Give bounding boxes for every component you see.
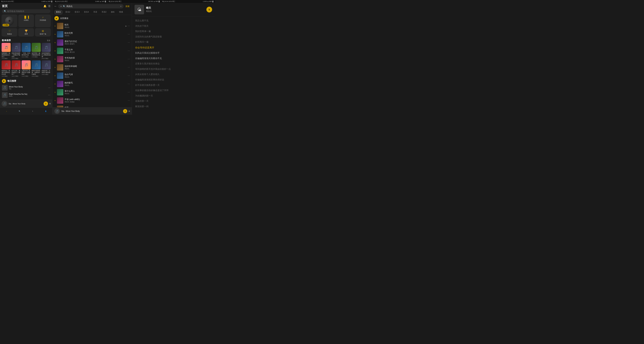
search-submit-button[interactable]: 搜索 <box>125 5 130 8</box>
more-link[interactable]: 更多 <box>47 39 50 42</box>
playlist-item-4[interactable]: 🎵 90后的独家记忆,些熟悉的旋律 9025万播放 <box>42 43 51 59</box>
nav-discover[interactable]: 🔍 <box>13 108 26 115</box>
song-add-3[interactable]: + <box>54 50 56 52</box>
play-all-button[interactable]: ▶ <box>54 16 59 21</box>
playlist-item-0[interactable]: 🎵 甜废爆表｜旅律说嘻狙击少女心 752万播放 <box>2 43 11 59</box>
lyric-line-12[interactable]: 好不容易又能再多爱一天 <box>135 83 212 88</box>
lyric-line-0[interactable]: 我怎么看不见 <box>135 18 212 24</box>
quick-action-fav[interactable]: ♡ 我喜欢 <box>2 28 17 37</box>
song-row-4[interactable]: + 爷爷泡的茶 周杰伦 ⋯ <box>52 55 132 63</box>
np-pause-button[interactable]: ⏸ <box>206 7 212 13</box>
daily-song-1[interactable]: 🎵 Right Now(Na Na Na) Akon ⋯ <box>2 91 50 99</box>
song-add-7[interactable]: + <box>54 83 56 85</box>
playlist-icon-mid[interactable]: ≡ <box>128 110 130 112</box>
song-add-4[interactable]: + <box>54 58 56 60</box>
tab-情感[interactable]: 情感 <box>117 10 125 15</box>
playlist-item-3[interactable]: 🎵 放空冥想｜解开脑海里的茧 479万播放 <box>32 43 41 59</box>
lyric-line-15[interactable]: 花落的那一天 <box>135 98 212 104</box>
tab-放松[interactable]: 放松 <box>109 10 116 15</box>
song-add-6[interactable]: + <box>54 74 56 77</box>
daily-song-more-0[interactable]: ⋯ <box>48 86 50 89</box>
search-bar[interactable]: 🔍 <box>2 9 50 13</box>
lyric-line-13[interactable]: 但故事的最后你好像还是说了拜拜 <box>135 88 212 93</box>
quick-action-plaza[interactable]: ⊞ 歌单广场 <box>35 28 51 37</box>
search-input[interactable] <box>7 10 48 13</box>
tab-音乐3[interactable]: 音乐3 <box>73 10 82 15</box>
song-more-9[interactable]: ⋯ <box>128 99 130 102</box>
lyric-line-8[interactable]: 还要多久我才能在你身边 <box>135 61 212 66</box>
bell-icon[interactable]: 🔔 <box>44 5 46 8</box>
tab-耳语[interactable]: 耳语 <box>92 10 99 15</box>
daily-song-more-1[interactable]: ⋯ <box>48 94 50 96</box>
song-more-4[interactable]: ⋯ <box>128 58 130 60</box>
lyric-line-11[interactable]: 但偏偏风渐渐把距离吹得好远 <box>135 77 212 83</box>
song-add-1[interactable]: + <box>54 33 56 36</box>
lyric-line-10[interactable]: 从前从前有个人爱你很久 <box>135 72 212 77</box>
song-row-0[interactable]: + 晴天 周杰伦 ▶ ⋯ <box>52 22 132 30</box>
search-box-middle[interactable]: ▼ 🔍 ✕ <box>58 4 124 9</box>
featured-now-playing[interactable]: 正在播放 <box>2 15 17 27</box>
song-add-9[interactable]: + <box>54 99 56 102</box>
song-add-2[interactable]: + <box>54 41 56 44</box>
nav-profile[interactable]: 👤 <box>39 108 52 115</box>
nav-download[interactable]: ⬇ <box>26 108 39 115</box>
tab-音乐2[interactable]: 音乐2 <box>64 10 72 15</box>
lyric-line-7[interactable]: 但偏偏雨渐渐大到看你不见 <box>135 56 212 61</box>
lyric-line-4[interactable]: 好想再问一遍 <box>135 39 212 45</box>
song-more-6[interactable]: ⋯ <box>128 74 130 77</box>
playlist-item-5[interactable]: 🎵 丧系Rap｜渐渐不再期待任何东西 152万播放 <box>2 60 11 77</box>
search-clear-button[interactable]: ✕ <box>120 5 122 8</box>
lyric-line-2[interactable]: 我好想再淋一遍 <box>135 29 212 34</box>
song-more-7[interactable]: ⋯ <box>128 83 130 85</box>
song-row-9[interactable]: + 不该 (with aMEI) 周杰伦 张惠妹 ⋯ <box>52 96 132 105</box>
song-row-6[interactable]: + 告白气球 周杰伦 ⋯ <box>52 72 132 80</box>
lyric-line-9[interactable]: 等到放晴的那天也许我会比较好一点 <box>135 66 212 72</box>
song-row-1[interactable]: + 阳光宅男 周杰伦 ⋯ <box>52 30 132 38</box>
nav-home[interactable]: ⌂ <box>0 108 13 115</box>
playlist-item-6[interactable]: 🎵 佐气古风：腰间两把刀｜断和了 3661万播放 <box>12 60 21 77</box>
quick-action-baizhaoyin[interactable]: ▐▌▐ 白噪音 <box>18 15 34 27</box>
quick-action-charts[interactable]: 🏆 榜单 <box>18 28 34 37</box>
daily-song-0[interactable]: 🎵 Move Your Body Sia ⋯ <box>2 84 50 91</box>
tab-音乐1[interactable]: 音乐1 <box>54 10 63 15</box>
song-add-8[interactable]: + <box>54 91 56 93</box>
song-more-2[interactable]: ⋯ <box>128 41 130 44</box>
song-more-8[interactable]: ⋯ <box>128 91 130 93</box>
song-more-0[interactable]: ⋯ <box>128 25 130 27</box>
lyric-line-5[interactable]: 你会等待还是离开 <box>135 45 212 50</box>
lyric-line-14[interactable]: 为你翘课的那一天 <box>135 93 212 99</box>
song-row-2[interactable]: + 爱的飞行日记 周杰伦 杨瑞代 ⋯ <box>52 38 132 47</box>
playlist-item-1[interactable]: 🎵 耳机里的秘密｜宝藏女声集合站 5155万播放 <box>12 43 21 59</box>
daily-song-thumb-1: 🎵 <box>2 92 8 98</box>
tab-音乐4[interactable]: 音乐4 <box>82 10 91 15</box>
song-more-3[interactable]: ⋯ <box>128 50 130 52</box>
song-row-8[interactable]: + 算什么男人 周杰伦 ⋯ <box>52 88 132 96</box>
song-more-5[interactable]: ⋯ <box>128 66 130 69</box>
song-more-1[interactable]: ⋯ <box>128 33 130 36</box>
song-add-5[interactable]: + <box>54 66 56 69</box>
lyric-line-1[interactable]: 消失的下雨天 <box>135 24 212 29</box>
song-row-3[interactable]: + 千里之外 周杰伦 费玉清 ⋯ <box>52 47 132 55</box>
search-input-middle[interactable] <box>66 5 119 8</box>
daily-play-button[interactable]: ▶ <box>2 79 6 83</box>
quick-action-douyin[interactable]: ♪ 抖音热歌 <box>35 15 51 27</box>
playlist-item-9[interactable]: 🎵 伤感片段｜太热情不被珍惜 2402万播放 <box>42 60 51 77</box>
lyric-line-16[interactable]: 教室的那一间 <box>135 104 212 109</box>
pause-button-left[interactable]: ⏸ <box>44 101 48 106</box>
mv-icon-0[interactable]: ▶ <box>126 25 127 27</box>
back-button[interactable]: ← <box>54 5 57 8</box>
playlist-item-7[interactable]: 🎵 心跳100%,请查收这个甜蜜惊喜 2102万播放 <box>22 60 31 77</box>
song-row-10[interactable]: + 稻香 周杰伦 ⋯ <box>52 105 132 107</box>
playlist-button-left[interactable]: ≡ <box>49 102 51 105</box>
menu-icon[interactable]: ☰ <box>48 5 50 8</box>
playlist-item-2[interactable]: 🎵 「片段」你与星河皆不及 5441万播放 <box>22 43 31 59</box>
pause-button-mid[interactable]: ⏸ <box>123 109 127 113</box>
playlist-item-8[interactable]: 🎵 爱而不得的时候，再爱就不礼貌啦 4102万播放 <box>32 60 41 77</box>
lyric-line-3[interactable]: 没想到失去的勇气我还留着 <box>135 34 212 40</box>
lyric-line-6[interactable]: 刮风这天我试过握着你手 <box>135 50 212 56</box>
daily-song-artist-0: Sia <box>9 88 47 90</box>
song-row-5[interactable]: + 说好的幸福呢 周杰伦 ⋯ <box>52 63 132 72</box>
tab-耳语2[interactable]: 耳语2 <box>100 10 108 15</box>
song-add-0[interactable]: + <box>54 25 56 27</box>
song-row-7[interactable]: + 她的睫毛 周杰伦 ⋯ <box>52 80 132 88</box>
